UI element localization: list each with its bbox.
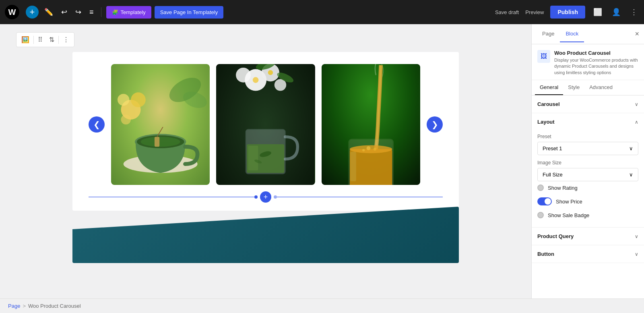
section-layout-title: Layout xyxy=(537,119,555,125)
add-block-line-right xyxy=(277,197,443,197)
image-size-dropdown[interactable]: Full Size ∨ xyxy=(537,168,638,181)
save-draft-button[interactable]: Save draft xyxy=(495,9,519,15)
templately-icon: 🧩 xyxy=(112,9,118,15)
show-price-toggle[interactable] xyxy=(537,197,552,205)
show-rating-toggle[interactable] xyxy=(537,184,544,191)
show-rating-row: Show Rating xyxy=(537,181,638,194)
preset-dropdown[interactable]: Preset 1 ∨ xyxy=(537,142,638,155)
section-button-header[interactable]: Button ∨ xyxy=(532,245,644,263)
svg-rect-5 xyxy=(155,137,159,147)
pagination-dots-2 xyxy=(274,195,277,199)
panel-header: Page Block × xyxy=(532,24,644,44)
panel-body: 🖼 Woo Product Carousel Display your WooC… xyxy=(532,44,644,298)
button-chevron: ∨ xyxy=(635,251,638,257)
add-block-area: + xyxy=(89,191,443,203)
svg-point-10 xyxy=(121,114,131,124)
editor-view-toggle[interactable]: ⬜ xyxy=(592,6,604,18)
block-title: Woo Product Carousel xyxy=(554,50,638,56)
svg-point-4 xyxy=(141,137,180,147)
show-sale-badge-label: Show Sale Badge xyxy=(548,212,589,218)
block-icon: 🖼 xyxy=(537,50,550,63)
topbar-divider xyxy=(101,7,101,17)
list-view-button[interactable]: ≡ xyxy=(87,6,96,19)
product-query-chevron: ∨ xyxy=(635,234,638,239)
templately-button[interactable]: 🧩 Templately xyxy=(106,6,151,19)
block-description: Display your WooCommerce products with d… xyxy=(554,57,638,76)
svg-point-33 xyxy=(362,149,365,151)
more-options-button[interactable]: ⋮ xyxy=(629,6,639,18)
carousel-block: ❮ xyxy=(72,52,459,211)
show-price-label: Show Price xyxy=(556,199,582,205)
tab-page[interactable]: Page xyxy=(537,26,560,42)
breadcrumb-page-link[interactable]: Page xyxy=(8,303,20,309)
user-menu-button[interactable]: 👤 xyxy=(610,6,622,18)
more-block-options-button[interactable]: ⋮ xyxy=(60,34,72,45)
svg-point-16 xyxy=(236,68,251,83)
toolbar-divider2 xyxy=(58,36,59,44)
svg-rect-24 xyxy=(248,146,258,170)
editor-area: 🖼️ ⠿ ⇅ ⋮ ❮ xyxy=(0,24,531,298)
section-layout-content: Preset Preset 1 ∨ Image Size Full Size ∨ xyxy=(532,131,644,227)
preview-button[interactable]: Preview xyxy=(525,9,544,15)
section-layout-header[interactable]: Layout ∧ xyxy=(532,113,644,131)
sub-tabs: General Style Advanced xyxy=(532,80,644,95)
section-button-title: Button xyxy=(537,251,554,257)
block-info: 🖼 Woo Product Carousel Display your WooC… xyxy=(532,44,644,80)
teal-bg-decoration xyxy=(72,207,459,263)
section-button: Button ∨ xyxy=(532,245,644,263)
main-layout: 🖼️ ⠿ ⇅ ⋮ ❮ xyxy=(0,24,644,298)
save-page-templately-button[interactable]: Save Page In Templately xyxy=(155,6,224,19)
drag-handle[interactable]: ⠿ xyxy=(35,34,45,45)
carousel-images xyxy=(111,64,420,185)
topbar: W + ✏️ ↩ ↪ ≡ 🧩 Templately Save Page In T… xyxy=(0,0,644,24)
sub-tab-advanced[interactable]: Advanced xyxy=(584,80,617,95)
section-carousel-header[interactable]: Carousel ∨ xyxy=(532,95,644,113)
svg-point-32 xyxy=(373,148,376,151)
breadcrumb: Page > Woo Product Carousel xyxy=(0,298,644,313)
brush-tool-button[interactable]: ✏️ xyxy=(42,5,56,19)
image-size-label: Image Size xyxy=(537,160,638,166)
redo-button[interactable]: ↪ xyxy=(73,5,84,19)
carousel-chevron: ∨ xyxy=(635,102,638,107)
undo-button[interactable]: ↩ xyxy=(59,5,70,19)
layout-chevron: ∧ xyxy=(635,119,638,125)
svg-point-8 xyxy=(131,92,146,107)
wp-logo: W xyxy=(5,5,19,19)
add-block-button[interactable]: + xyxy=(26,6,39,19)
show-sale-badge-row: Show Sale Badge xyxy=(537,209,638,222)
right-panel: Page Block × 🖼 Woo Product Carousel Disp… xyxy=(531,24,644,298)
show-rating-label: Show Rating xyxy=(548,185,578,191)
tab-block[interactable]: Block xyxy=(560,26,584,42)
toolbar-divider xyxy=(33,36,34,44)
section-layout: Layout ∧ Preset Preset 1 ∨ Image Size Fu… xyxy=(532,113,644,228)
svg-point-18 xyxy=(253,77,259,83)
sub-tab-general[interactable]: General xyxy=(535,80,563,95)
carousel-next-button[interactable]: ❯ xyxy=(427,116,443,133)
add-block-line-left xyxy=(89,197,254,197)
sub-tab-style[interactable]: Style xyxy=(563,80,584,95)
svg-point-30 xyxy=(350,145,392,153)
show-sale-badge-toggle[interactable] xyxy=(537,212,544,218)
carousel-prev-button[interactable]: ❮ xyxy=(89,116,105,133)
section-carousel: Carousel ∨ xyxy=(532,95,644,113)
preset-chevron-icon: ∨ xyxy=(629,145,633,151)
section-product-query-title: Product Query xyxy=(537,233,574,239)
preset-label: Preset xyxy=(537,134,638,139)
svg-rect-34 xyxy=(350,151,356,181)
publish-button[interactable]: Publish xyxy=(550,6,585,19)
svg-point-9 xyxy=(118,94,129,106)
panel-close-button[interactable]: × xyxy=(635,30,639,38)
section-carousel-title: Carousel xyxy=(537,101,560,107)
carousel-image-1 xyxy=(111,64,210,185)
svg-point-19 xyxy=(268,70,273,75)
image-size-chevron-icon: ∨ xyxy=(629,172,633,178)
dot-1 xyxy=(254,195,258,199)
move-arrows-button[interactable]: ⇅ xyxy=(47,34,57,45)
section-product-query: Product Query ∨ xyxy=(532,228,644,245)
add-block-button-inline[interactable]: + xyxy=(260,191,271,203)
section-product-query-header[interactable]: Product Query ∨ xyxy=(532,228,644,245)
preset-value: Preset 1 xyxy=(543,145,562,151)
carousel-inner: ❮ xyxy=(89,64,443,185)
carousel-image-2 xyxy=(216,64,315,185)
block-icon-button[interactable]: 🖼️ xyxy=(19,34,32,45)
